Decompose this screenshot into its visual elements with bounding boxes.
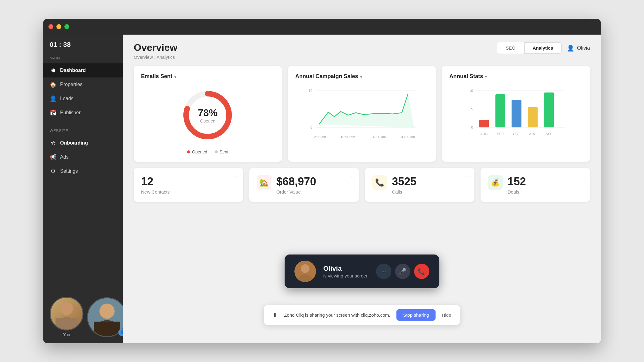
svg-text:10: 10 [309, 89, 312, 92]
tab-analytics[interactable]: Analytics [524, 42, 562, 54]
call-end-button[interactable]: 📞 [414, 264, 429, 279]
dashboard-icon: ⊕ [50, 67, 56, 74]
stats-row: ··· 12 New Contacts ··· [134, 168, 590, 202]
annual-sales-card: Annual Campaign Sales ▾ 10 5 [288, 66, 436, 162]
svg-rect-2 [56, 318, 78, 330]
svg-text:10: 10 [469, 89, 473, 92]
stat-dots-orders[interactable]: ··· [349, 173, 354, 179]
stat-inner-deals: 💰 152 Deals [488, 175, 583, 194]
stat-number-calls: 3525 [392, 175, 416, 188]
call-status: is viewing your screen [323, 273, 369, 278]
svg-rect-28 [528, 107, 538, 127]
svg-text:SEP: SEP [546, 132, 553, 136]
donut-percentage: 78% [198, 107, 217, 119]
svg-text:5: 5 [471, 107, 473, 111]
donut-legend: Opened Sent [187, 149, 228, 154]
sidebar-label-publisher: Publisher [60, 110, 81, 115]
svg-rect-26 [496, 94, 505, 127]
sidebar-label-onboarding: Onboarding [60, 140, 88, 146]
svg-rect-27 [512, 100, 522, 127]
donut-chart: 78% Opened [180, 88, 235, 143]
svg-text:0: 0 [471, 126, 473, 129]
emails-sent-arrow[interactable]: ▾ [174, 74, 176, 79]
sidebar-item-properties[interactable]: 🏠 Properties [43, 77, 123, 92]
ads-icon: 📢 [50, 154, 56, 160]
sidebar-item-leads[interactable]: 👤 Leads [43, 92, 123, 106]
home-icon: 🏠 [50, 81, 56, 88]
sidebar-label-dashboard: Dashboard [60, 68, 86, 73]
share-text: Zoho Cliq is sharing your screen with cl… [284, 312, 390, 318]
svg-text:0: 0 [310, 126, 312, 129]
settings-icon: ⚙ [50, 168, 56, 175]
tab-group: SEO Analytics [497, 42, 562, 54]
header-user: 👤 Olivia [567, 44, 590, 52]
annual-stats-card: Annual Stats ▾ 10 5 0 [442, 66, 590, 162]
deals-icon: 💰 [488, 175, 503, 190]
emails-sent-title: Emails Sent ▾ [141, 73, 274, 80]
annual-stats-title: Annual Stats ▾ [449, 73, 583, 80]
svg-point-4 [99, 304, 115, 319]
hide-button[interactable]: Hide [442, 312, 451, 318]
stat-inner-calls: 📞 3525 Calls [372, 175, 467, 194]
breadcrumb: Overview . Analytics [134, 55, 177, 60]
svg-text:5: 5 [310, 107, 312, 111]
sidebar-item-publisher[interactable]: 📅 Publisher [43, 106, 123, 120]
stat-inner-contacts: 12 New Contacts [141, 175, 236, 194]
sidebar-item-settings[interactable]: ⚙ Settings [43, 164, 123, 178]
close-button[interactable] [48, 24, 53, 29]
svg-rect-6 [94, 322, 120, 336]
svg-text:OCT: OCT [513, 132, 520, 136]
stat-card-calls: ··· 📞 3525 Calls [365, 168, 474, 202]
sidebar-label-settings: Settings [60, 168, 78, 174]
line-chart: 10 5 0 12:00 am 01:00 am 02:00 am [295, 85, 429, 152]
stop-sharing-button[interactable]: Stop sharing [396, 309, 435, 321]
call-overlay: Olivia is viewing your screen ··· 🎤 📞 [285, 255, 439, 288]
order-icon: 🏡 [257, 175, 271, 190]
avatar-section: You 👤 [50, 297, 116, 337]
sidebar-item-dashboard[interactable]: ⊕ Dashboard [43, 63, 123, 77]
svg-text:AUG: AUG [481, 132, 488, 136]
sidebar-item-ads[interactable]: 📢 Ads [43, 150, 123, 164]
sidebar-divider [50, 124, 116, 124]
svg-text:AUG: AUG [529, 132, 537, 136]
dashboard-grid: Emails Sent ▾ 78% [123, 60, 601, 343]
stat-number-orders: $68,970 [276, 175, 316, 188]
stat-dots-contacts[interactable]: ··· [234, 173, 238, 179]
main-header: Overview Overview . Analytics SEO Analyt… [123, 35, 601, 60]
sidebar-label-properties: Properties [60, 82, 82, 87]
sent-dot [215, 150, 218, 153]
svg-point-0 [60, 302, 73, 315]
stat-card-contacts: ··· 12 New Contacts [134, 168, 243, 202]
end-call-icon: 📞 [418, 268, 425, 275]
stat-number-deals: 152 [508, 175, 526, 188]
stat-dots-calls[interactable]: ··· [465, 173, 470, 179]
call-mute-button[interactable]: 🎤 [395, 264, 410, 279]
annual-stats-arrow[interactable]: ▾ [485, 74, 487, 79]
stat-number-contacts: 12 [141, 175, 170, 188]
svg-rect-29 [544, 92, 554, 127]
publisher-icon: 📅 [50, 109, 56, 116]
sidebar-item-onboarding[interactable]: ☆ Onboarding [43, 136, 123, 150]
maximize-button[interactable] [64, 24, 69, 29]
svg-text:03:00 am: 03:00 am [401, 135, 415, 139]
tab-seo[interactable]: SEO [497, 42, 524, 54]
stat-label-contacts: New Contacts [141, 189, 170, 194]
calls-icon: 📞 [372, 175, 387, 190]
you-label: You [63, 332, 70, 337]
call-name: Olivia [323, 265, 369, 273]
call-controls: ··· 🎤 📞 [376, 264, 429, 279]
emails-sent-card: Emails Sent ▾ 78% [134, 66, 282, 162]
annual-sales-arrow[interactable]: ▾ [360, 74, 362, 79]
onboarding-icon: ☆ [50, 140, 56, 146]
title-bar [43, 19, 601, 35]
more-icon: ··· [381, 268, 386, 275]
page-title: Overview [134, 42, 177, 53]
opened-dot [187, 150, 190, 153]
minimize-button[interactable] [56, 24, 61, 29]
svg-text:01:00 am: 01:00 am [341, 135, 355, 139]
stat-label-orders: Order Value [276, 189, 316, 194]
mute-icon: 🎤 [399, 268, 406, 275]
stat-dots-deals[interactable]: ··· [581, 173, 585, 179]
call-more-button[interactable]: ··· [376, 264, 391, 279]
sidebar-label-leads: Leads [60, 96, 74, 101]
